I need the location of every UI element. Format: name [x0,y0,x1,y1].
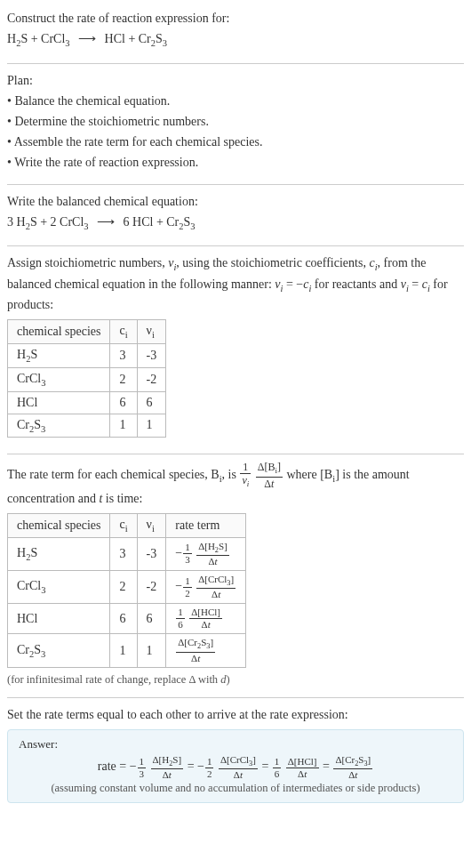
table-row: HCl 6 6 16 Δ[HCl]Δt [8,604,246,634]
divider [7,184,464,185]
cell-species: CrCl3 [8,571,110,604]
plan-section: Plan: • Balance the chemical equation. •… [7,71,464,177]
table-row: CrCl3 2 -2 −12 Δ[CrCl3]Δt [8,571,246,604]
table-header-row: chemical species ci νi rate term [8,513,246,537]
answer-label: Answer: [19,737,452,751]
col-rate: rate term [166,513,246,537]
cell-ci: 1 [110,414,137,438]
col-species: chemical species [8,320,110,344]
cell-vi: 1 [137,634,166,667]
rate-term-footnote: (for infinitesimal rate of change, repla… [7,673,464,687]
rate-term-table: chemical species ci νi rate term H2S 3 -… [7,513,246,668]
table-row: HCl 6 6 [8,391,166,414]
plan-item: • Write the rate of reaction expression. [7,153,464,172]
table-row: H2S 3 -3 −13 Δ[H2S]Δt [8,537,246,570]
divider [7,454,464,454]
stoich-section: Assign stoichiometric numbers, νi, using… [7,253,464,446]
col-species: chemical species [8,513,110,537]
cell-ci: 3 [110,537,137,570]
final-section: Set the rate terms equal to each other t… [7,705,464,807]
cell-ci: 1 [110,634,137,667]
rate-term-text: The rate term for each chemical species,… [7,462,464,507]
cell-ci: 6 [110,604,137,634]
cell-species: HCl [8,604,110,634]
cell-ci: 2 [110,367,137,391]
col-vi: νi [137,513,166,537]
cell-vi: -3 [137,537,166,570]
divider [7,63,464,64]
plan-item: • Determine the stoichiometric numbers. [7,112,464,131]
plan-item: • Balance the chemical equation. [7,92,464,110]
cell-vi: 6 [137,391,166,414]
divider [7,245,464,246]
cell-vi: 6 [137,604,166,634]
stoich-table: chemical species ci νi H2S 3 -3 CrCl3 2 … [7,319,166,438]
balanced-equation: 3 H2S + 2 CrCl3 ⟶ 6 HCl + Cr2S3 [7,213,464,234]
col-vi: νi [137,320,166,344]
cell-vi: -3 [137,343,166,367]
plan-heading: Plan: [7,71,464,90]
table-row: CrCl3 2 -2 [8,367,166,391]
rate-term-section: The rate term for each chemical species,… [7,462,464,690]
final-heading: Set the rate terms equal to each other t… [7,705,464,724]
cell-species: CrCl3 [8,367,110,391]
col-ci: ci [110,320,137,344]
answer-expression: rate = −13 Δ[H2S]Δt = −12 Δ[CrCl3]Δt = 1… [19,755,452,780]
cell-species: H2S [8,343,110,367]
stoich-text: Assign stoichiometric numbers, νi, using… [7,253,464,314]
cell-rate: Δ[Cr2S3]Δt [166,634,246,667]
cell-rate: 16 Δ[HCl]Δt [166,604,246,634]
cell-vi: 1 [137,414,166,438]
rate-term-before: The rate term for each chemical species,… [7,468,239,481]
answer-note: (assuming constant volume and no accumul… [19,782,452,795]
table-row: H2S 3 -3 [8,343,166,367]
intro-section: Construct the rate of reaction expressio… [7,9,464,56]
intro-equation: H2S + CrCl3 ⟶ HCl + Cr2S3 [7,29,464,51]
cell-ci: 6 [110,391,137,414]
cell-species: H2S [8,537,110,570]
cell-ci: 2 [110,571,137,604]
cell-rate: −12 Δ[CrCl3]Δt [166,571,246,604]
rate-term-expr: 1νi Δ[Bi]Δt [239,468,283,481]
answer-box: Answer: rate = −13 Δ[H2S]Δt = −12 Δ[CrCl… [7,729,464,803]
intro-prompt: Construct the rate of reaction expressio… [7,9,464,28]
cell-species: Cr2S3 [8,634,110,667]
col-ci: ci [110,513,137,537]
table-row: Cr2S3 1 1 [8,414,166,438]
table-header-row: chemical species ci νi [8,320,166,344]
balanced-heading: Write the balanced chemical equation: [7,192,464,211]
cell-species: HCl [8,391,110,414]
cell-rate: −13 Δ[H2S]Δt [166,537,246,570]
cell-vi: -2 [137,367,166,391]
divider [7,697,464,698]
cell-vi: -2 [137,571,166,604]
balanced-section: Write the balanced chemical equation: 3 … [7,192,464,239]
cell-ci: 3 [110,343,137,367]
cell-species: Cr2S3 [8,414,110,438]
plan-item: • Assemble the rate term for each chemic… [7,133,464,151]
table-row: Cr2S3 1 1 Δ[Cr2S3]Δt [8,634,246,667]
